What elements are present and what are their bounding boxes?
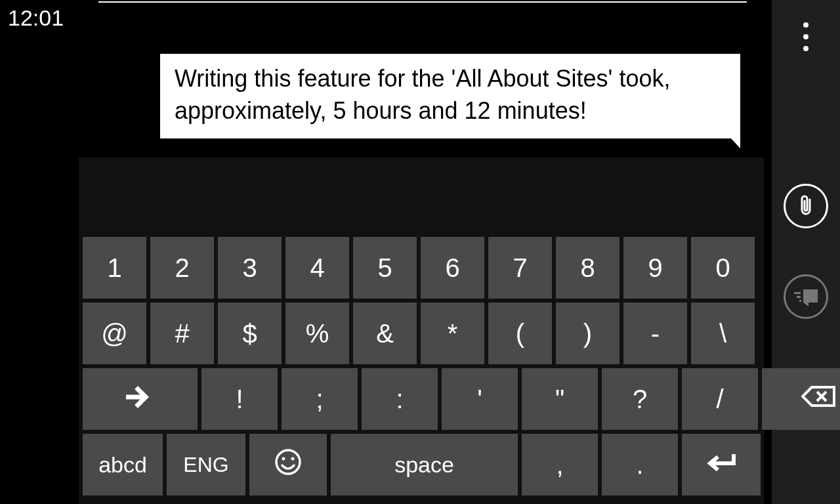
key-backspace[interactable] [762, 368, 840, 430]
svg-marker-1 [803, 303, 808, 306]
key-space[interactable]: space [331, 434, 518, 495]
svg-rect-4 [799, 300, 801, 302]
key-asterisk[interactable]: * [421, 303, 484, 364]
key-colon[interactable]: : [362, 368, 438, 430]
key-backslash[interactable]: \ [691, 303, 755, 364]
key-period[interactable]: . [602, 434, 678, 495]
key-7[interactable]: 7 [488, 237, 552, 299]
key-enter[interactable] [682, 434, 761, 495]
keyboard: 1 2 3 4 5 6 7 8 9 0 @ # $ % & * ( ) - [79, 158, 764, 504]
key-emoji[interactable] [249, 434, 327, 495]
key-at[interactable]: @ [83, 303, 146, 364]
arrow-right-icon [126, 385, 155, 414]
key-lparen[interactable]: ( [488, 303, 552, 364]
more-menu-icon[interactable] [803, 22, 808, 51]
message-bubble-tail [722, 129, 740, 148]
keyboard-row-1: 1 2 3 4 5 6 7 8 9 0 [79, 235, 764, 301]
message-bubble: Writing this feature for the 'All About … [160, 54, 740, 138]
screen: 12:01 Writing this feature for the 'All … [0, 0, 840, 504]
send-message-icon [793, 287, 819, 306]
key-quote[interactable]: " [522, 368, 598, 430]
key-mode-switch[interactable]: abcd [83, 434, 163, 495]
message-text: Writing this feature for the 'All About … [175, 65, 670, 124]
key-apostrophe[interactable]: ' [442, 368, 518, 430]
paperclip-icon [796, 194, 816, 218]
key-9[interactable]: 9 [623, 237, 687, 299]
input-underline [98, 1, 747, 3]
key-question[interactable]: ? [602, 368, 678, 430]
svg-point-6 [282, 457, 285, 460]
key-8[interactable]: 8 [556, 237, 620, 299]
key-0[interactable]: 0 [691, 237, 755, 299]
key-6[interactable]: 6 [421, 237, 484, 299]
key-slash[interactable]: / [682, 368, 758, 430]
key-2[interactable]: 2 [150, 237, 214, 299]
key-percent[interactable]: % [285, 303, 349, 364]
svg-point-7 [291, 457, 295, 460]
keyboard-row-3: ! ; : ' " ? / [79, 366, 764, 432]
key-hash[interactable]: # [150, 303, 214, 364]
key-ampersand[interactable]: & [353, 303, 417, 364]
svg-rect-3 [797, 296, 801, 298]
keyboard-row-4: abcd ENG space , . [79, 432, 764, 497]
status-time: 12:01 [8, 5, 64, 31]
key-shift[interactable] [83, 368, 198, 430]
svg-rect-0 [803, 289, 818, 303]
key-semicolon[interactable]: ; [282, 368, 358, 430]
attach-button[interactable] [784, 184, 828, 228]
enter-icon [705, 450, 738, 480]
key-rparen[interactable]: ) [556, 303, 620, 364]
backspace-icon [801, 385, 838, 414]
key-exclaim[interactable]: ! [201, 368, 278, 430]
key-1[interactable]: 1 [83, 237, 146, 299]
key-language[interactable]: ENG [167, 434, 245, 495]
svg-rect-2 [794, 292, 801, 294]
send-button[interactable] [784, 274, 828, 319]
key-dash[interactable]: - [623, 303, 687, 364]
key-comma[interactable]: , [522, 434, 598, 495]
key-4[interactable]: 4 [285, 237, 349, 299]
key-5[interactable]: 5 [353, 237, 417, 299]
key-3[interactable]: 3 [218, 237, 282, 299]
keyboard-row-2: @ # $ % & * ( ) - \ [79, 301, 764, 366]
key-dollar[interactable]: $ [218, 303, 282, 364]
smiley-icon [274, 448, 302, 482]
svg-point-5 [276, 450, 300, 474]
